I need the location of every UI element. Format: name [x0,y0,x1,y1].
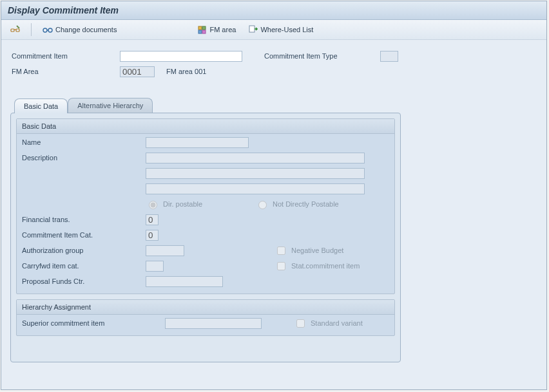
neg-budget-wrap: Negative Budget [274,245,343,257]
page-title: Display Commitment Item [8,5,119,15]
name-input [146,137,249,148]
fm-area-icon [198,25,207,34]
tab-alt-hierarchy[interactable]: Alternative Hierarchy [68,98,153,113]
glasses-icon [43,25,53,34]
commitment-item-row: Commitment Item Commitment Item Type [10,49,537,63]
fm-area-input [120,66,155,77]
std-variant-label: Standard variant [311,319,363,327]
prop-label: Proposal Funds Ctr. [22,277,146,285]
fm-area-text: FM area 001 [155,68,206,75]
carry-input [146,261,164,272]
not-dir-postable-radio-wrap: Not Directly Postable [255,199,339,209]
svg-rect-7 [198,26,202,30]
auth-grp-label: Authorization group [22,247,146,254]
svg-rect-8 [202,26,206,30]
group-basic-data-body: Name Description [17,135,394,294]
prop-input [146,276,223,287]
change-documents-button[interactable]: Change documents [38,22,121,37]
neg-budget-label: Negative Budget [291,247,343,254]
commitment-item-label: Commitment Item [10,52,120,60]
ci-cat-input [146,230,159,241]
where-used-label: Where-Used List [260,26,313,33]
toolbar: Change documents FM area Where-Used List [1,20,546,40]
fin-trans-label: Financial trans. [22,216,146,223]
titlebar: Display Commitment Item [1,1,546,20]
svg-point-4 [43,28,47,32]
stat-ci-wrap: Stat.commitment item [274,260,360,272]
tabs: Basic Data Alternative Hierarchy [14,98,401,113]
tab-body: Basic Data Name Description [10,113,401,362]
fm-area-label: FM Area [10,68,120,75]
stat-ci-label: Stat.commitment item [291,262,360,270]
tab-basic-data-label: Basic Data [24,102,58,110]
header-fields: Commitment Item Commitment Item Type FM … [10,49,537,79]
group-hierarchy-title: Hierarchy Assignment [17,300,394,315]
tab-basic-data[interactable]: Basic Data [14,98,68,113]
change-documents-label: Change documents [55,26,117,33]
svg-rect-1 [16,29,19,32]
svg-point-5 [48,28,52,32]
toggle-display-button[interactable] [6,22,24,37]
auth-grp-input [146,245,184,256]
content-area: Commitment Item Commitment Item Type FM … [1,40,546,389]
fin-trans-input [146,214,159,225]
dir-postable-radio [149,201,157,209]
toolbar-separator [31,23,32,36]
description-input-1 [146,153,365,163]
fm-area-button[interactable]: FM area [193,22,240,37]
svg-line-3 [17,26,19,28]
group-basic-data: Basic Data Name Description [16,118,395,294]
sup-ci-input [165,318,262,329]
carry-label: Carryfwd item cat. [22,262,146,270]
app-window: Display Commitment Item Change documents [1,1,547,390]
std-variant-wrap: Standard variant [294,317,363,330]
description-input-3 [146,183,365,194]
dir-postable-label: Dir. postable [163,200,202,208]
tab-alt-hierarchy-label: Alternative Hierarchy [77,102,143,109]
not-dir-postable-radio [258,201,267,209]
glasses-pencil-icon [10,24,21,35]
where-used-button[interactable]: Where-Used List [244,22,318,37]
description-label: Description [22,154,146,162]
group-hierarchy-body: Superior commitment item Standard varian… [17,316,394,335]
dir-postable-radio-wrap: Dir. postable [146,199,255,209]
tabstrip: Basic Data Alternative Hierarchy Basic D… [10,98,401,362]
stat-ci-checkbox [277,262,285,270]
not-dir-postable-label: Not Directly Postable [273,200,339,208]
std-variant-checkbox [296,319,305,328]
commitment-item-type-label: Commitment Item Type [263,52,380,60]
neg-budget-checkbox [277,247,285,255]
svg-rect-10 [202,30,206,33]
fm-area-row: FM Area FM area 001 [10,64,537,79]
svg-rect-0 [11,29,14,32]
commitment-item-input[interactable] [120,51,242,62]
group-basic-data-title: Basic Data [17,119,394,134]
ci-cat-label: Commitment Item Cat. [22,231,146,239]
where-used-icon [249,25,258,34]
description-input-2 [146,168,365,179]
svg-rect-11 [249,26,255,32]
name-label: Name [22,138,146,146]
fm-area-label: FM area [209,26,236,33]
commitment-item-type-input [380,51,398,62]
sup-ci-label: Superior commitment item [22,319,165,327]
group-hierarchy: Hierarchy Assignment Superior commitment… [16,299,395,336]
svg-rect-9 [198,30,202,33]
